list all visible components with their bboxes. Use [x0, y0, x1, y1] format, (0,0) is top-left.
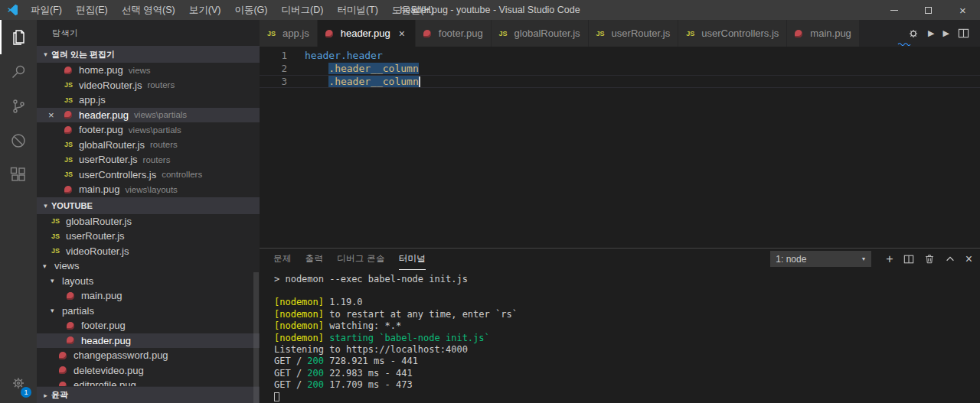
settings-gear-button[interactable]: [907, 28, 920, 40]
run-code-button[interactable]: ▶: [928, 28, 934, 38]
panel-tab-debug-console[interactable]: 디버그 콘솔: [337, 249, 385, 270]
terminal-output[interactable]: > nodemon --exec babel-node init.js[node…: [260, 270, 980, 403]
panel-tab-problems[interactable]: 문제: [273, 249, 292, 270]
menu-file[interactable]: 파일(F): [24, 0, 69, 20]
close-icon[interactable]: ×: [48, 108, 54, 123]
open-editor-item-globalrouter-js[interactable]: JSglobalRouter.jsrouters: [37, 138, 260, 153]
file-path: controllers: [162, 170, 202, 179]
editor-tab-userrouter-js[interactable]: JSuserRouter.js: [589, 20, 679, 47]
tree-item-footer-pug[interactable]: footer.pug: [37, 318, 260, 333]
pug-icon: [64, 108, 76, 123]
open-editor-item-app-js[interactable]: JSapp.js: [37, 93, 260, 108]
tree-item-globalrouter-js[interactable]: JSglobalRouter.js: [37, 214, 260, 229]
explorer-sidebar: 탐색기 ▾ 열려 있는 편집기 home.pugviewsJSvideoRout…: [37, 20, 260, 403]
maximize-panel-button[interactable]: [945, 254, 956, 265]
editor-tab-usercontrollers-js[interactable]: JSuserControllers.js: [678, 20, 787, 47]
tree-folder-views[interactable]: ▾views: [37, 258, 260, 274]
file-path: views\layouts: [125, 185, 177, 194]
tree-item-header-pug[interactable]: header.pug: [37, 333, 260, 349]
menu-selection[interactable]: 선택 영역(S): [115, 0, 182, 20]
file-name: deletevideo.pug: [74, 365, 144, 376]
new-terminal-button[interactable]: +: [886, 253, 893, 265]
line-number: 3: [260, 75, 287, 88]
file-name: home.pug: [79, 64, 123, 76]
menu-view[interactable]: 보기(V): [182, 0, 228, 20]
pug-icon: [59, 348, 70, 363]
menu-go[interactable]: 이동(G): [227, 0, 274, 20]
extensions-icon: [9, 166, 28, 184]
code-lines: 1header.header2 .header__column3 .header…: [260, 49, 980, 88]
js-icon: JS: [596, 26, 608, 41]
editor-tab-header-pug[interactable]: header.pug×: [318, 20, 416, 47]
menu-terminal[interactable]: 터미널(T): [330, 0, 384, 20]
file-name: app.js: [79, 94, 106, 106]
open-editor-item-home-pug[interactable]: home.pugviews: [37, 63, 260, 78]
minimize-button[interactable]: [877, 0, 911, 20]
tree-item-main-pug[interactable]: main.pug: [37, 288, 260, 304]
open-editor-item-videorouter-js[interactable]: JSvideoRouter.jsrouters: [37, 78, 260, 93]
tab-label: main.pug: [810, 28, 851, 39]
open-editor-item-header-pug[interactable]: ×header.pugviews\partials: [37, 108, 260, 123]
activity-bar-item-source-control[interactable]: [0, 89, 37, 123]
split-editor-button[interactable]: [958, 28, 969, 39]
code-line[interactable]: 3 .header__column: [260, 75, 980, 88]
panel-tab-terminal[interactable]: 터미널: [399, 249, 426, 270]
menu-debug[interactable]: 디버그(D): [275, 0, 331, 20]
code-line[interactable]: 1header.header: [260, 49, 980, 62]
activity-bar-item-debug[interactable]: [0, 123, 37, 158]
editor-tab-footer-pug[interactable]: footer.pug: [416, 20, 492, 47]
terminal-select-value: 1: node: [776, 254, 806, 265]
editor-tab-main-pug[interactable]: main.pug: [787, 20, 859, 47]
window-title: header.pug - youtube - Visual Studio Cod…: [400, 5, 580, 15]
close-window-button[interactable]: ×: [946, 0, 980, 20]
tree-item-userrouter-js[interactable]: JSuserRouter.js: [37, 229, 260, 244]
pug-icon: [325, 26, 337, 41]
js-icon: JS: [64, 78, 76, 93]
sidebar-scrollbar[interactable]: [253, 272, 259, 403]
manage-button[interactable]: 1: [0, 366, 37, 400]
close-panel-button[interactable]: ×: [965, 253, 972, 265]
panel-header: 문제출력디버그 콘솔터미널 1: node ▼ +: [260, 249, 980, 270]
editor-tab-app-js[interactable]: JSapp.js: [260, 20, 318, 47]
open-editor-item-userrouter-js[interactable]: JSuserRouter.jsrouters: [37, 152, 260, 167]
open-editor-item-main-pug[interactable]: main.pugviews\layouts: [37, 182, 260, 197]
tree-folder-partials[interactable]: ▾partials: [37, 304, 260, 319]
run-button[interactable]: ▶: [943, 28, 949, 38]
file-tree: JSglobalRouter.jsJSuserRouter.jsJSvideoR…: [37, 214, 260, 393]
outline-section-header[interactable]: ▸ 윤곽: [37, 386, 260, 403]
open-editors-section-header[interactable]: ▾ 열려 있는 편집기: [37, 46, 260, 63]
tree-item-deletevideo-pug[interactable]: deletevideo.pug: [37, 363, 260, 379]
tree-folder-layouts[interactable]: ▾layouts: [37, 274, 260, 289]
activity-bar-item-search[interactable]: [0, 54, 37, 89]
tree-item-videorouter-js[interactable]: JSvideoRouter.js: [37, 244, 260, 259]
activity-bar-item-explorer[interactable]: [0, 20, 37, 54]
workspace-section-header[interactable]: ▾ YOUTUBE: [37, 197, 260, 214]
js-icon: JS: [51, 214, 63, 229]
kill-terminal-button[interactable]: [924, 253, 935, 265]
terminal-select[interactable]: 1: node ▼: [770, 251, 871, 267]
split-terminal-button[interactable]: [903, 254, 914, 265]
terminal-line: GET / 200 17.709 ms - 473: [274, 379, 980, 391]
open-editors-list: home.pugviewsJSvideoRouter.jsroutersJSap…: [37, 63, 260, 197]
pug-icon: [423, 26, 435, 41]
file-name: userRouter.js: [79, 154, 138, 165]
activity-bar-item-extensions[interactable]: [0, 158, 37, 192]
terminal-line: GET / 200 22.983 ms - 441: [274, 368, 980, 379]
pug-icon: [59, 363, 70, 379]
editor-tab-globalrouter-js[interactable]: JSglobalRouter.js: [492, 20, 589, 47]
open-editors-label: 열려 있는 편집기: [51, 49, 115, 60]
file-name: footer.pug: [79, 124, 123, 135]
close-icon[interactable]: ×: [397, 28, 407, 40]
panel-tab-output[interactable]: 출력: [305, 249, 324, 270]
tree-item-changepassword-pug[interactable]: changepassword.pug: [37, 348, 260, 363]
split-terminal-icon: [903, 254, 914, 265]
trash-icon: [924, 253, 935, 265]
code-editor[interactable]: 1header.header2 .header__column3 .header…: [260, 47, 980, 248]
workspace-label: YOUTUBE: [51, 201, 93, 210]
open-editor-item-footer-pug[interactable]: footer.pugviews\partials: [37, 122, 260, 138]
terminal-line: > nodemon --exec babel-node init.js: [274, 274, 980, 285]
code-line[interactable]: 2 .header__column: [260, 62, 980, 75]
menu-edit[interactable]: 편집(E): [69, 0, 115, 20]
open-editor-item-usercontrollers-js[interactable]: JSuserControllers.jscontrollers: [37, 167, 260, 183]
maximize-button[interactable]: [911, 0, 946, 20]
